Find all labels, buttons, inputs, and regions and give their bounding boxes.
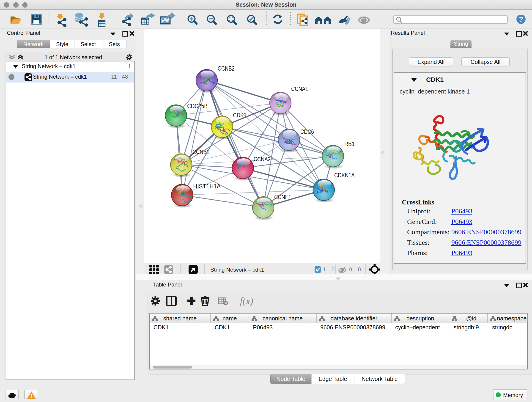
- svg-text:CDC25B: CDC25B: [187, 103, 208, 109]
- svg-text:CCNB1: CCNB1: [192, 148, 209, 155]
- svg-text:CCNA2: CCNA2: [254, 156, 271, 163]
- svg-text:CDC6: CDC6: [300, 128, 314, 135]
- svg-text:CCNE1: CCNE1: [274, 194, 291, 201]
- svg-text:1 – 0: 1 – 0: [323, 267, 335, 273]
- svg-text:CDKN1A: CDKN1A: [334, 172, 355, 179]
- svg-text:CCNB2: CCNB2: [218, 65, 234, 72]
- svg-text:f(x): f(x): [240, 296, 253, 306]
- svg-text:?: ?: [519, 15, 523, 23]
- svg-text:CCNA1: CCNA1: [291, 85, 308, 92]
- svg-text:0 – 0: 0 – 0: [349, 267, 361, 273]
- svg-text:HIST1H1A: HIST1H1A: [193, 183, 221, 190]
- svg-text:RB1: RB1: [344, 140, 355, 147]
- svg-text:String Network – cdk1: String Network – cdk1: [210, 267, 264, 273]
- svg-text:CDK1: CDK1: [233, 112, 247, 119]
